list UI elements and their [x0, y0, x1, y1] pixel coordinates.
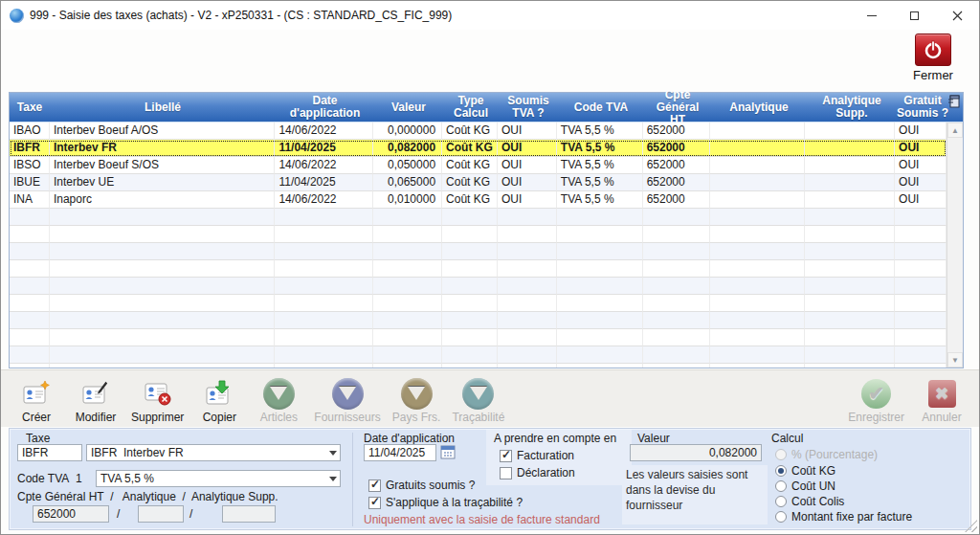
- cell: [895, 278, 947, 295]
- column-header[interactable]: Code TVA: [558, 93, 644, 122]
- cell: [373, 364, 442, 368]
- edit-card-icon: [81, 377, 110, 410]
- articles-button[interactable]: Articles: [255, 377, 302, 424]
- cell: [10, 278, 50, 295]
- table-row[interactable]: IBUEInterbev UE11/04/20250,065000Coût KG…: [10, 174, 947, 191]
- taxe-combo[interactable]: IBFR Interbev FR: [86, 444, 341, 461]
- vertical-scrollbar[interactable]: ▲ ▼: [947, 123, 963, 368]
- radio-icon: [775, 511, 787, 523]
- column-header[interactable]: Taxe: [10, 93, 50, 122]
- facturation-checkbox[interactable]: Facturation: [500, 449, 574, 462]
- cell: TVA 5,5 %: [557, 191, 643, 209]
- supprimer-button[interactable]: Supprimer: [131, 377, 184, 424]
- table-row[interactable]: [10, 243, 947, 260]
- cell: [643, 312, 710, 329]
- chevron-down-icon[interactable]: [326, 477, 340, 481]
- radio-cout-kg[interactable]: Coût KG: [775, 464, 835, 478]
- code-tva-combo[interactable]: TVA 5,5 %: [96, 470, 341, 487]
- taxe-code-field[interactable]: IBFR: [17, 444, 82, 461]
- cpte-general-field[interactable]: 652000: [33, 505, 109, 523]
- analytique-field[interactable]: [138, 505, 184, 523]
- cell: [498, 312, 557, 329]
- date-field[interactable]: 11/04/2025: [364, 444, 436, 461]
- cell: [557, 346, 643, 364]
- fournisseurs-button[interactable]: Fournisseurs: [314, 377, 380, 424]
- annuler-button[interactable]: ✖ Annuler: [918, 377, 966, 424]
- maximize-button[interactable]: [893, 1, 936, 30]
- column-header[interactable]: Cpte Général HT: [644, 93, 711, 122]
- cell: Coût KG: [442, 191, 498, 209]
- column-header[interactable]: Analytique Supp.: [807, 93, 897, 122]
- cell: 0,010000: [373, 191, 442, 209]
- cell: [442, 295, 498, 312]
- cell: IBAO: [10, 123, 50, 140]
- table-row[interactable]: INAInaporc14/06/20220,010000Coût KGOUITV…: [10, 191, 947, 209]
- cell: [710, 157, 806, 174]
- fournisseurs-drop-icon: [332, 378, 364, 410]
- cell: 14/06/2022: [275, 123, 373, 140]
- cell: [50, 260, 276, 278]
- column-header[interactable]: Libellé: [50, 93, 276, 122]
- tracabilite-button[interactable]: Traçabilité: [452, 377, 504, 424]
- table-row[interactable]: [10, 260, 947, 278]
- cell: [710, 364, 806, 368]
- calendar-icon[interactable]: [440, 444, 456, 459]
- cell: [498, 209, 557, 226]
- column-header[interactable]: Date d'application: [276, 93, 374, 122]
- fermer-button[interactable]: Fermer: [906, 33, 960, 82]
- radio-montant-fixe[interactable]: Montant fixe par facture: [775, 510, 912, 524]
- scroll-up-arrow[interactable]: ▲: [947, 123, 963, 138]
- column-header[interactable]: Analytique: [711, 93, 807, 122]
- table-row[interactable]: [10, 226, 947, 243]
- scroll-down-arrow[interactable]: ▼: [947, 352, 963, 368]
- analytique-supp-field[interactable]: [222, 505, 276, 523]
- cell: [557, 364, 643, 368]
- table-row[interactable]: [10, 295, 947, 312]
- column-header[interactable]: Type Calcul: [443, 93, 499, 122]
- edit-form-panel: Taxe IBFR IBFR Interbev FR Code TVA 1 TV…: [9, 428, 971, 530]
- table-row[interactable]: [10, 278, 947, 295]
- table-row[interactable]: [10, 209, 947, 226]
- column-header[interactable]: Gratuit Soumis ?: [897, 93, 948, 122]
- table-row[interactable]: [10, 312, 947, 329]
- table-row[interactable]: IBFRInterbev FR11/04/20250,082000Coût KG…: [10, 140, 947, 157]
- cell: [805, 191, 895, 209]
- table-row[interactable]: [10, 329, 947, 346]
- pays-frs-button[interactable]: Pays Frs.: [392, 377, 441, 424]
- cell: [805, 123, 895, 140]
- tracabilite-drop-icon: [462, 378, 494, 410]
- cell: [643, 243, 710, 260]
- toolbar-label: Articles: [260, 411, 298, 424]
- valeur-field[interactable]: 0,082000: [630, 444, 762, 461]
- radio-cout-colis[interactable]: Coût Colis: [775, 495, 844, 508]
- table-row[interactable]: [10, 364, 947, 368]
- checkbox-icon: [368, 479, 381, 492]
- radio-cout-un[interactable]: Coût UN: [775, 479, 835, 493]
- copier-button[interactable]: Copier: [195, 377, 243, 424]
- table-row[interactable]: IBAOInterbev Boeuf A/OS14/06/20220,00000…: [10, 123, 947, 140]
- enregistrer-button[interactable]: ✔ Enregistrer: [848, 377, 904, 424]
- cell: [50, 312, 276, 329]
- cell: [10, 295, 50, 312]
- chevron-down-icon[interactable]: [326, 451, 340, 456]
- close-window-button[interactable]: [936, 1, 979, 30]
- creer-button[interactable]: Créer: [12, 377, 60, 424]
- cell: Coût KG: [442, 123, 498, 140]
- radio-pourcentage[interactable]: % (Pourcentage): [775, 448, 878, 461]
- cell: [805, 346, 895, 364]
- table-row[interactable]: IBSOInterbev Boeuf S/OS14/06/20220,05000…: [10, 157, 947, 174]
- column-header[interactable]: Valeur: [374, 93, 443, 122]
- tracabilite-checkbox[interactable]: S'applique à la traçabilité ?: [368, 496, 523, 509]
- column-header[interactable]: Soumis TVA ?: [499, 93, 558, 122]
- minimize-button[interactable]: [850, 1, 893, 30]
- cell: [710, 209, 806, 226]
- declaration-checkbox[interactable]: Déclaration: [500, 466, 575, 479]
- gratuits-soumis-checkbox[interactable]: Gratuits soumis ?: [368, 479, 475, 492]
- cell: [710, 140, 806, 157]
- modifier-button[interactable]: Modifier: [72, 377, 120, 424]
- column-chooser-icon[interactable]: [947, 95, 962, 110]
- table-row[interactable]: [10, 346, 947, 364]
- cell: [373, 278, 442, 295]
- cell: [643, 278, 710, 295]
- radio-label: Coût Colis: [791, 495, 844, 508]
